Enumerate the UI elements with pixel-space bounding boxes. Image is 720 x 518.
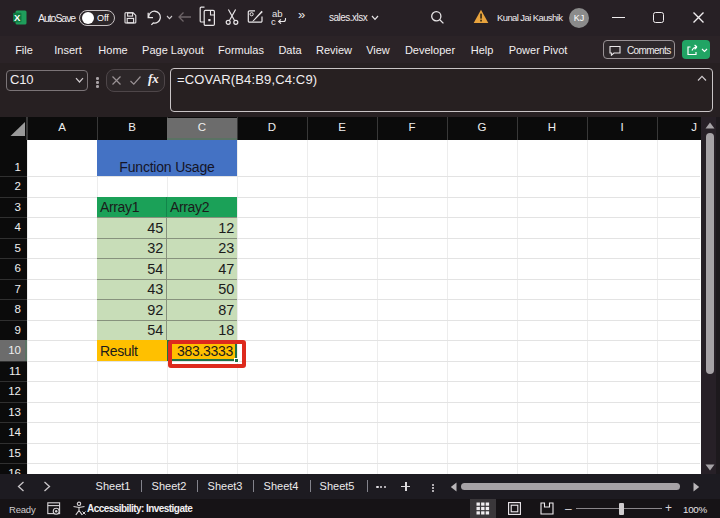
svg-text:c: c	[271, 16, 276, 27]
svg-text:X: X	[14, 12, 21, 23]
